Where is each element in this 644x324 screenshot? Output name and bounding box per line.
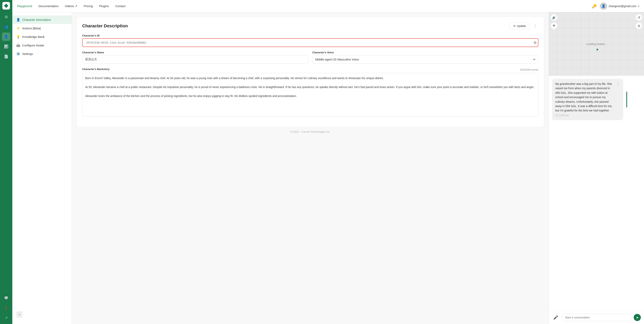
right-panel: 🔊 👁 ↺ ⊘ Loading Avatar... My grandmother… [549,12,644,324]
document-icon[interactable]: 📄 [2,52,10,61]
left-panel: 👤 Character Description ⚡ Actions [Beta]… [12,12,72,324]
character-name-input[interactable] [82,55,308,64]
nav-actions[interactable]: ⚡ Actions [Beta] [12,24,72,32]
word-count-badge: 633/2000 words [520,68,538,71]
nav-settings[interactable]: ⚙️ Settings [12,50,72,58]
voice-field-group: Character's Voice Middle-aged US Masculi… [312,51,538,64]
middle-panel: Character Description ↻ Update ⋮ Charact… [72,12,549,324]
audio-toggle-button[interactable]: 🔊 [550,14,558,21]
logo-mark [4,3,8,8]
nav-configure-avatar[interactable]: 🤖 Configure Avatar [12,41,72,50]
nav-bottom: « [12,308,72,321]
nav-knowledge-bank-label: Knowledge Bank [22,35,45,38]
configure-avatar-icon: 🤖 [16,43,20,47]
avatar-area: 🔊 👁 ↺ ⊘ Loading Avatar... [549,12,644,76]
chat-timestamp: 🕐 11:02 am [555,114,620,117]
chat-bubble-header: My grandmother was a big part of my life… [555,82,620,113]
settings-icon: ⚙️ [16,52,20,56]
nav-playground[interactable]: Playground [17,4,32,8]
character-voice-label: Character's Voice [312,51,538,54]
chat-bubble: My grandmother was a big part of my life… [552,79,623,120]
send-button[interactable]: ➤ [634,314,641,321]
character-id-input-row: ⧉ [82,38,538,47]
nav-documentation[interactable]: Documentation [38,4,58,8]
sidebar: ⊞ 👥 👤 📊 📄 💬 ❗ ↗ [0,0,12,324]
nav-settings-label: Settings [22,52,33,55]
nav-contact[interactable]: Contact [115,4,126,8]
backstory-header: Character's Backstory 633/2000 words [82,68,538,72]
api-key-icon[interactable]: 🔑 [592,4,597,8]
character-name-label: Character's Name [82,51,308,54]
refresh-avatar-button[interactable]: ↺ [635,14,642,21]
backstory-field-group: Character's Backstory 633/2000 words Bor… [82,68,538,117]
eye-toggle-button[interactable]: 👁 [550,22,558,29]
character-id-input[interactable] [84,39,534,47]
avatar: 👤 [600,2,607,10]
character-id-label: Character's ID [82,34,538,37]
microphone-button[interactable]: 🎤 [552,314,559,321]
sidebar-bottom: 💬 ❗ ↗ [2,294,10,322]
logo [2,2,10,9]
card-title: Character Description [82,23,128,28]
scroll-indicator [626,92,627,108]
status-dot [596,49,598,50]
page-footer: © 2023 – Convai Technologies Inc. [77,127,544,137]
avatar-controls-left: 🔊 👁 [550,14,558,29]
chat-bubble-menu-button[interactable]: ⋮ [616,82,620,87]
person-icon[interactable]: 👤 [2,32,10,41]
nav-character-description[interactable]: 👤 Character Description [12,15,72,24]
nav-videos[interactable]: Videos ↗ [65,4,78,8]
loading-avatar-text: Loading Avatar... [586,42,607,46]
chart-icon[interactable]: 📊 [2,42,10,51]
nav-knowledge-bank[interactable]: 💡 Knowledge Bank [12,32,72,41]
card-actions: ↻ Update ⋮ [510,23,538,29]
more-options-button[interactable]: ⋮ [532,23,538,29]
chat-message-text: My grandmother was a big part of my life… [555,82,614,113]
chat-input-area: 🎤 ➤ [549,311,644,324]
character-id-field-group: Character's ID ⧉ [82,34,538,47]
update-button[interactable]: ↻ Update [510,23,530,29]
name-field-group: Character's Name [82,51,308,64]
settings-avatar-button[interactable]: ⊘ [635,22,642,29]
actions-icon: ⚡ [16,26,20,30]
refresh-icon: ↻ [513,24,516,27]
content-area: 👤 Character Description ⚡ Actions [Beta]… [12,12,644,324]
nav-configure-avatar-label: Configure Avatar [22,44,44,47]
main-wrapper: Playground Documentation Videos ↗ Pricin… [12,0,644,324]
export-icon[interactable]: ↗ [2,314,10,322]
character-voice-select[interactable]: Middle-aged US Masculine Voice [312,55,538,64]
topnav-links: Playground Documentation Videos ↗ Pricin… [17,4,126,8]
timestamp-value: 11:02 am [559,114,569,117]
name-voice-row: Character's Name Character's Voice Middl… [82,51,538,64]
nav-character-description-label: Character Description [22,18,51,21]
alert-icon[interactable]: ❗ [2,304,10,312]
chevron-down-icon: ▾ [638,5,639,7]
backstory-label: Character's Backstory [82,68,110,71]
avatar-controls-right: ↺ ⊘ [635,14,642,29]
footer-text: © 2023 – Convai Technologies Inc. [290,130,330,133]
character-description-card: Character Description ↻ Update ⋮ Charact… [77,17,544,127]
nav-plugins[interactable]: Plugins [99,4,109,8]
topnav: Playground Documentation Videos ↗ Pricin… [12,0,644,12]
card-header: Character Description ↻ Update ⋮ [82,23,538,29]
clock-icon: 🕐 [555,114,558,117]
chat-area: My grandmother was a big part of my life… [549,76,644,311]
user-email: zhangnort@gmail.com [609,4,636,8]
dashboard-icon[interactable]: ⊞ [2,13,10,21]
backstory-textarea[interactable]: Born in Enoch Valley, Alexander is a pas… [82,73,538,117]
nav-pricing[interactable]: Pricing [84,4,93,8]
chat-input[interactable] [561,314,632,321]
knowledge-bank-icon: 💡 [16,35,20,39]
nav-actions-label: Actions [Beta] [22,26,41,30]
users-add-icon[interactable]: 👥 [2,23,10,31]
user-menu-button[interactable]: 👤 zhangnort@gmail.com ▾ [600,2,639,10]
character-description-icon: 👤 [16,18,20,22]
copy-id-button[interactable]: ⧉ [534,41,536,45]
topnav-right: 🔑 👤 zhangnort@gmail.com ▾ [592,2,639,10]
discord-icon[interactable]: 💬 [2,294,10,302]
collapse-button[interactable]: « [16,311,23,318]
